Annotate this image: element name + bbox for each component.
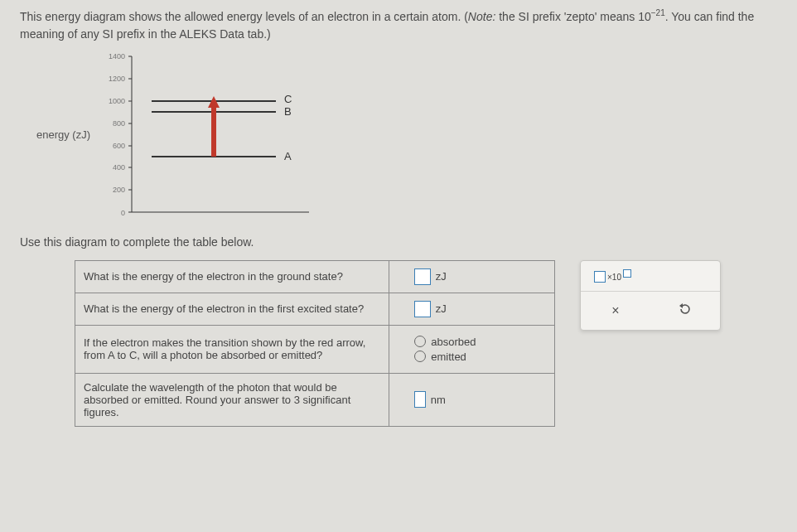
q1-input[interactable] xyxy=(414,268,431,285)
q2-unit: zJ xyxy=(436,302,447,315)
table-prompt: Use this diagram to complete the table b… xyxy=(20,235,777,249)
reset-button[interactable] xyxy=(669,302,702,320)
intro-exp: −21 xyxy=(651,8,665,17)
sci-notation-button[interactable]: ×10 xyxy=(594,269,631,283)
x-icon: × xyxy=(611,303,619,317)
svg-text:400: 400 xyxy=(113,163,125,172)
y-axis-label: energy (zJ) xyxy=(36,128,90,141)
level-a-label: A xyxy=(284,150,292,162)
table-row: Calculate the wavelength of the photon t… xyxy=(75,373,555,426)
problem-statement: This energy diagram shows the allowed en… xyxy=(20,7,777,43)
q4-text: Calculate the wavelength of the photon t… xyxy=(75,373,389,426)
svg-text:1000: 1000 xyxy=(109,97,125,105)
intro-part2: the SI prefix 'zepto' means 10 xyxy=(495,10,650,23)
energy-diagram: 0 200 400 600 800 1000 1200 1400 A B C xyxy=(94,48,334,222)
svg-text:600: 600 xyxy=(113,142,125,150)
svg-marker-18 xyxy=(679,303,683,308)
svg-text:0: 0 xyxy=(121,209,125,217)
sci-x10-label: ×10 xyxy=(607,273,621,282)
mantissa-box-icon xyxy=(594,271,606,283)
q1-unit: zJ xyxy=(436,270,447,283)
q2-input[interactable] xyxy=(414,301,431,317)
svg-text:800: 800 xyxy=(113,119,125,128)
q4-unit: nm xyxy=(431,394,446,406)
table-row: What is the energy of the electron in th… xyxy=(75,260,555,293)
intro-part1: This energy diagram shows the allowed en… xyxy=(20,10,468,23)
svg-text:200: 200 xyxy=(113,186,125,194)
radio-emitted-label: emitted xyxy=(431,351,466,363)
svg-text:1400: 1400 xyxy=(109,52,125,60)
table-row: If the electron makes the transition sho… xyxy=(75,325,555,373)
table-row: What is the energy of the electron in th… xyxy=(75,293,555,325)
answer-table: What is the energy of the electron in th… xyxy=(75,260,555,427)
q2-text: What is the energy of the electron in th… xyxy=(75,293,389,325)
y-ticks: 0 200 400 600 800 1000 1200 1400 xyxy=(109,52,132,217)
radio-absorbed-label: absorbed xyxy=(431,336,476,348)
tool-panel: ×10 × xyxy=(580,260,721,331)
clear-button[interactable]: × xyxy=(599,303,632,318)
q1-text: What is the energy of the electron in th… xyxy=(75,260,389,293)
radio-absorbed[interactable]: absorbed xyxy=(414,336,546,348)
radio-icon xyxy=(414,336,426,347)
svg-text:1200: 1200 xyxy=(109,75,125,83)
exponent-box-icon xyxy=(623,269,631,278)
q4-input[interactable] xyxy=(414,391,426,408)
q3-text: If the electron makes the transition sho… xyxy=(75,325,389,373)
reset-icon xyxy=(678,302,693,317)
level-b-label: B xyxy=(284,105,292,118)
radio-icon xyxy=(414,351,426,362)
radio-emitted[interactable]: emitted xyxy=(414,351,546,363)
intro-note-label: Note: xyxy=(468,10,495,23)
level-c-label: C xyxy=(284,93,292,105)
